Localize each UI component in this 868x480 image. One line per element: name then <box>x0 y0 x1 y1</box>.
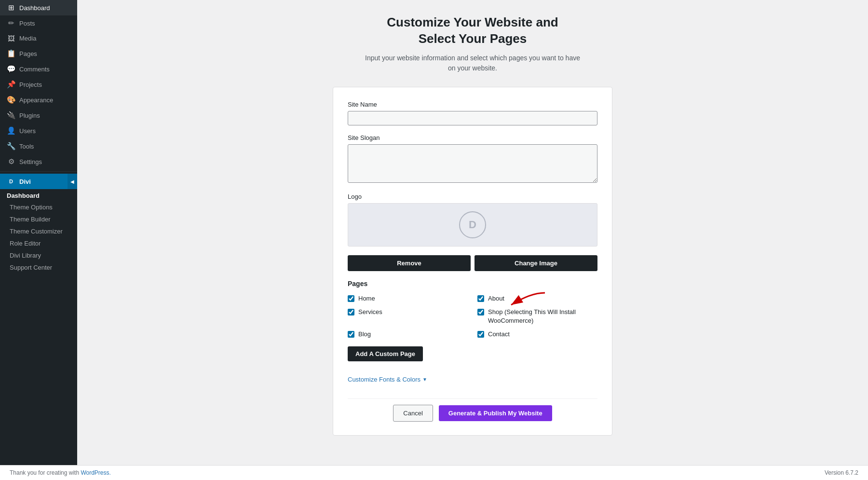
divi-arrow-icon: ◀ <box>68 174 77 189</box>
page-home-item: Home <box>348 294 468 303</box>
sidebar-item-posts[interactable]: ✏ Posts <box>0 15 77 31</box>
sidebar-divider <box>0 171 77 172</box>
sidebar-item-users[interactable]: 👤 Users <box>0 123 77 138</box>
plugins-icon: 🔌 <box>7 111 15 120</box>
pages-icon: 📋 <box>7 49 15 58</box>
media-icon: 🖼 <box>7 34 15 42</box>
page-about-checkbox[interactable] <box>477 295 484 302</box>
dashboard-icon: ⊞ <box>7 3 15 12</box>
divi-sub-theme-builder[interactable]: Theme Builder <box>0 213 77 225</box>
sidebar-item-label: Users <box>19 127 36 135</box>
cancel-button[interactable]: Cancel <box>393 405 433 422</box>
sidebar-item-label: Appearance <box>19 96 53 104</box>
divi-sub-divi-library[interactable]: Divi Library <box>0 249 77 261</box>
customize-card: Site Name Site Slogan Logo D Remove Chan… <box>333 87 612 436</box>
logo-area: D <box>348 203 597 247</box>
sidebar-item-label: Pages <box>19 50 37 57</box>
logo-group: Logo D <box>348 193 597 247</box>
footer-text: Thank you for creating with WordPress. <box>10 469 111 476</box>
sidebar-item-label: Comments <box>19 66 50 73</box>
page-services-checkbox[interactable] <box>348 309 354 315</box>
tools-icon: 🔧 <box>7 142 15 151</box>
divi-sub-support-center[interactable]: Support Center <box>0 261 77 274</box>
page-blog-item: Blog <box>348 330 468 339</box>
page-contact-item: Contact <box>477 330 597 339</box>
site-name-label: Site Name <box>348 101 597 108</box>
sidebar-item-label: Projects <box>19 81 42 88</box>
sidebar-item-label: Posts <box>19 20 35 27</box>
pages-section: Pages Home About <box>348 280 597 395</box>
settings-icon: ⚙ <box>7 157 15 166</box>
sidebar-item-media[interactable]: 🖼 Media <box>0 31 77 46</box>
page-blog-checkbox[interactable] <box>348 331 354 338</box>
appearance-icon: 🎨 <box>7 96 15 104</box>
card-footer: Cancel Generate & Publish My Website <box>348 398 597 422</box>
sidebar-item-projects[interactable]: 📌 Projects <box>0 77 77 92</box>
page-blog-label: Blog <box>358 330 371 339</box>
logo-buttons: Remove Change Image <box>348 255 597 271</box>
page-about-label: About <box>488 294 504 303</box>
pages-label: Pages <box>348 280 597 288</box>
divi-header-label: Divi <box>19 178 31 185</box>
logo-placeholder: D <box>459 211 486 238</box>
divi-sub-theme-options[interactable]: Theme Options <box>0 201 77 213</box>
users-icon: 👤 <box>7 126 15 135</box>
divi-menu-header[interactable]: D Divi ◀ <box>0 174 77 189</box>
page-services-label: Services <box>358 308 382 316</box>
sidebar-item-pages[interactable]: 📋 Pages <box>0 46 77 61</box>
page-shop-item: Shop (Selecting This Will Install WooCom… <box>477 308 597 325</box>
add-custom-page-button[interactable]: Add A Custom Page <box>348 346 423 361</box>
sidebar-item-settings[interactable]: ⚙ Settings <box>0 154 77 169</box>
divi-logo-icon: D <box>7 177 15 186</box>
page-shop-checkbox[interactable] <box>477 309 484 315</box>
sidebar-item-comments[interactable]: 💬 Comments <box>0 61 77 77</box>
change-image-button[interactable]: Change Image <box>475 255 597 271</box>
wp-footer: Thank you for creating with WordPress. V… <box>0 465 868 480</box>
main-content: Customize Your Website and Select Your P… <box>77 0 868 480</box>
site-slogan-label: Site Slogan <box>348 134 597 141</box>
sidebar-item-tools[interactable]: 🔧 Tools <box>0 138 77 154</box>
remove-logo-button[interactable]: Remove <box>348 255 471 271</box>
chevron-down-icon: ▼ <box>422 377 427 382</box>
sidebar-item-plugins[interactable]: 🔌 Plugins <box>0 108 77 123</box>
version-text: Version 6.7.2 <box>825 469 858 476</box>
page-subtitle: Input your website information and selec… <box>365 53 580 73</box>
page-home-label: Home <box>358 294 375 303</box>
pages-grid: Home About <box>348 294 597 339</box>
page-services-item: Services <box>348 308 468 325</box>
divi-dashboard-label: Dashboard <box>0 189 77 201</box>
posts-icon: ✏ <box>7 19 15 27</box>
divi-section: D Divi ◀ Dashboard Theme Options Theme B… <box>0 174 77 274</box>
sidebar-item-label: Tools <box>19 143 34 150</box>
comments-icon: 💬 <box>7 65 15 73</box>
sidebar-item-label: Dashboard <box>19 4 50 12</box>
sidebar-item-label: Plugins <box>19 112 40 119</box>
publish-button[interactable]: Generate & Publish My Website <box>439 405 552 421</box>
site-name-group: Site Name <box>348 101 597 125</box>
projects-icon: 📌 <box>7 80 15 89</box>
sidebar-item-label: Media <box>19 35 36 42</box>
site-slogan-group: Site Slogan <box>348 134 597 184</box>
customize-fonts-colors-link[interactable]: Customize Fonts & Colors ▼ <box>348 376 427 383</box>
sidebar-item-appearance[interactable]: 🎨 Appearance <box>0 92 77 108</box>
page-about-item: About <box>477 294 597 303</box>
site-slogan-input[interactable] <box>348 144 597 183</box>
page-contact-label: Contact <box>488 330 510 339</box>
logo-label: Logo <box>348 193 597 200</box>
page-home-checkbox[interactable] <box>348 295 354 302</box>
divi-sub-theme-customizer[interactable]: Theme Customizer <box>0 225 77 237</box>
site-name-input[interactable] <box>348 111 597 125</box>
page-title: Customize Your Website and Select Your P… <box>387 14 558 47</box>
sidebar: ⊞ Dashboard ✏ Posts 🖼 Media 📋 Pages 💬 Co… <box>0 0 77 480</box>
divi-sub-role-editor[interactable]: Role Editor <box>0 237 77 249</box>
page-shop-label: Shop (Selecting This Will Install WooCom… <box>488 308 597 325</box>
page-contact-checkbox[interactable] <box>477 331 484 338</box>
sidebar-item-dashboard[interactable]: ⊞ Dashboard <box>0 0 77 15</box>
wordpress-link[interactable]: WordPress. <box>81 469 110 476</box>
sidebar-item-label: Settings <box>19 158 42 165</box>
